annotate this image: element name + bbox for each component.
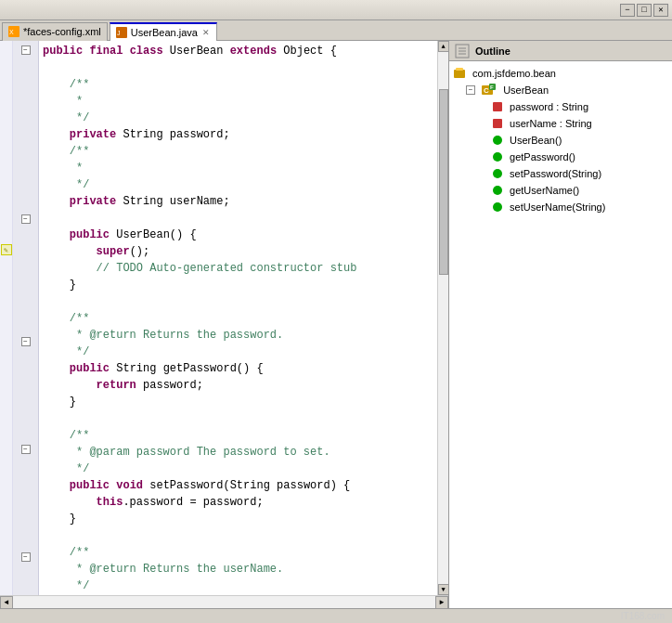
outline-package-label: com.jsfdemo.bean xyxy=(472,68,556,79)
outline-item-password[interactable]: password : String xyxy=(449,98,672,115)
scroll-left-btn[interactable]: ◄ xyxy=(0,596,13,609)
outline-view-icon xyxy=(455,44,470,58)
outline-item-setusername[interactable]: setUserName(String) xyxy=(449,199,672,215)
edit-icon: ✎ xyxy=(1,244,12,255)
editor-vscrollbar[interactable]: ▲ ▼ xyxy=(437,41,448,595)
code-line-3: /** xyxy=(43,76,433,93)
code-line-7: /** xyxy=(43,143,433,160)
code-line-27: public void setPassword(String password)… xyxy=(43,477,433,494)
hscrollbar-track[interactable] xyxy=(13,597,435,608)
public-method-icon xyxy=(492,135,503,146)
svg-text:C: C xyxy=(484,86,489,95)
outline-getusername-label: getUserName() xyxy=(510,185,579,196)
tab-faces-config-label: *faces-config.xml xyxy=(23,26,101,37)
outline-item-username[interactable]: userName : String xyxy=(449,115,672,132)
scroll-right-btn[interactable]: ► xyxy=(435,596,448,609)
window-chrome: − □ ✕ xyxy=(0,0,672,20)
public-method-icon-2 xyxy=(492,151,503,162)
code-line-26: */ xyxy=(43,461,433,477)
svg-point-16 xyxy=(493,136,502,145)
main-container: − □ ✕ X *faces-config.xml J UserBean.jav… xyxy=(0,0,672,623)
code-line-32: * @return Returns the userName. xyxy=(43,561,433,578)
code-line-15: } xyxy=(43,277,433,293)
outline-item-getpassword[interactable]: getPassword() xyxy=(449,149,672,165)
outline-setusername-label: setUserName(String) xyxy=(510,201,605,213)
scroll-up-btn[interactable]: ▲ xyxy=(438,41,449,52)
collapse-class-btn[interactable]: − xyxy=(21,45,31,55)
code-gutter: − − xyxy=(13,41,39,595)
svg-text:F: F xyxy=(490,84,494,90)
svg-rect-15 xyxy=(493,119,502,128)
code-line-1: public final class UserBean extends Obje… xyxy=(43,43,433,59)
tab-userbean[interactable]: J UserBean.java ✕ xyxy=(110,22,217,41)
svg-rect-14 xyxy=(493,102,502,111)
tab-close-icon[interactable]: ✕ xyxy=(201,28,211,37)
outline-header: Outline xyxy=(449,41,672,61)
outline-tree: com.jsfdemo.bean − C F xyxy=(449,61,672,608)
code-line-6: private String password; xyxy=(43,126,433,143)
code-line-4: * xyxy=(43,93,433,110)
svg-point-19 xyxy=(493,186,502,195)
code-line-5: */ xyxy=(43,110,433,126)
outline-item-setpassword[interactable]: setPassword(String) xyxy=(449,165,672,182)
code-line-11 xyxy=(43,210,433,227)
outline-item-userbean[interactable]: − C F UserBean xyxy=(449,82,672,98)
code-line-20: public String getPassword() { xyxy=(43,360,433,377)
private-field-icon-2 xyxy=(492,118,503,129)
outline-getpassword-label: getPassword() xyxy=(510,151,575,162)
outline-password-label: password : String xyxy=(510,101,588,112)
collapse-constructor-btn[interactable]: − xyxy=(21,214,31,224)
private-field-icon xyxy=(492,101,503,112)
code-line-12: public UserBean() { xyxy=(43,227,433,243)
tab-faces-config[interactable]: X *faces-config.xml xyxy=(2,22,108,41)
code-line-2 xyxy=(43,59,433,76)
minimize-button[interactable]: − xyxy=(620,4,635,17)
svg-point-17 xyxy=(493,152,502,162)
code-line-29: } xyxy=(43,511,433,527)
editor-hscrollbar[interactable]: ◄ ► xyxy=(0,595,448,608)
maximize-button[interactable]: □ xyxy=(637,4,652,17)
code-line-24: /** xyxy=(43,427,433,444)
outline-constructor-label: UserBean() xyxy=(510,135,562,146)
svg-rect-9 xyxy=(456,68,463,71)
svg-rect-8 xyxy=(454,70,465,78)
tab-userbean-label: UserBean.java xyxy=(131,27,198,38)
watermark-text: IT168.com xyxy=(621,611,668,621)
code-line-8: * xyxy=(43,160,433,176)
code-line-9: */ xyxy=(43,176,433,193)
code-line-30 xyxy=(43,527,433,544)
public-method-icon-3 xyxy=(492,168,503,179)
outline-item-constructor[interactable]: UserBean() xyxy=(449,132,672,149)
status-bar: IT168.com xyxy=(0,608,672,623)
outline-title: Outline xyxy=(475,45,510,57)
code-line-33: */ xyxy=(43,578,433,594)
code-line-19: */ xyxy=(43,344,433,360)
svg-point-20 xyxy=(493,202,502,212)
code-line-13: super(); xyxy=(43,243,433,260)
collapse-getpassword-btn[interactable]: − xyxy=(21,337,31,346)
code-line-25: * @param password The password to set. xyxy=(43,444,433,461)
editor-content-area: ✎ − xyxy=(0,41,448,595)
scroll-down-btn[interactable]: ▼ xyxy=(438,584,449,595)
java-file-icon: J xyxy=(116,27,127,38)
xml-file-icon: X xyxy=(8,26,19,37)
editor-pane: ✎ − xyxy=(0,41,449,608)
code-line-34: public String getUserName() { xyxy=(43,594,433,595)
code-line-10: private String userName; xyxy=(43,193,433,210)
outline-pane: Outline com.jsfdemo.bean − xyxy=(449,41,672,608)
outline-userbean-label: UserBean xyxy=(503,84,549,96)
collapse-getusername-btn[interactable]: − xyxy=(21,552,31,562)
svg-text:J: J xyxy=(117,30,121,36)
scrollbar-thumb[interactable] xyxy=(439,89,448,275)
left-edge-gutter: ✎ xyxy=(0,41,13,595)
userbean-collapse-btn[interactable]: − xyxy=(466,85,475,95)
code-text-area[interactable]: public final class UserBean extends Obje… xyxy=(39,41,437,595)
collapse-setpassword-btn[interactable]: − xyxy=(21,445,31,454)
outline-item-getusername[interactable]: getUserName() xyxy=(449,182,672,199)
outline-item-package[interactable]: com.jsfdemo.bean xyxy=(449,65,672,82)
outline-setpassword-label: setPassword(String) xyxy=(510,168,601,179)
close-button[interactable]: ✕ xyxy=(653,4,668,17)
code-line-23 xyxy=(43,410,433,427)
outline-username-label: userName : String xyxy=(510,118,592,129)
code-line-21: return password; xyxy=(43,377,433,394)
